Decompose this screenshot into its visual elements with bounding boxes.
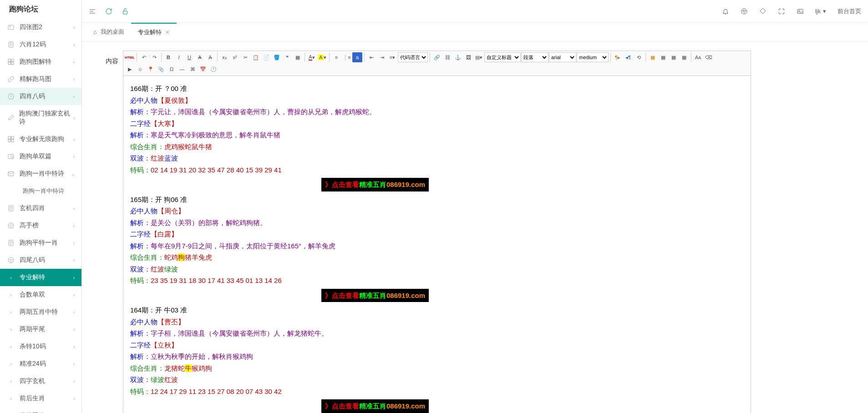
menu-toggle-icon[interactable] (89, 8, 96, 15)
rtl-button[interactable]: ◂¶ (623, 52, 633, 62)
place-button[interactable]: 📍 (146, 64, 156, 74)
clear-format-button[interactable]: A̶ (205, 52, 215, 62)
sidebar-item-22[interactable]: ›杀单双篇› (0, 407, 81, 413)
theme-icon[interactable] (741, 8, 748, 15)
tag-icon[interactable] (759, 8, 766, 15)
dir-button[interactable]: ⟲ (634, 52, 644, 62)
promo-banner[interactable]: 》点击查看精准五肖086919.com (321, 399, 429, 413)
promo-banner[interactable]: 》点击查看精准五肖086919.com (321, 178, 429, 191)
codelang-select[interactable]: 代码语言 (398, 52, 428, 62)
tab-0[interactable]: ⌂我的桌面 (86, 23, 131, 41)
style-select[interactable]: 自定义标题 (484, 52, 521, 62)
emoji-button[interactable]: ☺ (135, 64, 145, 74)
promo-banner[interactable]: 》点击查看精准五肖086919.com (321, 289, 429, 302)
strike-button[interactable]: A (195, 52, 205, 62)
align-dropdown[interactable]: ≡▾ (387, 52, 397, 62)
align-right-button[interactable]: ▦ (669, 52, 679, 62)
date-button[interactable]: 📅 (198, 64, 208, 74)
bell-icon[interactable] (722, 8, 729, 15)
sidebar-item-14[interactable]: ›专业解特› (0, 269, 81, 286)
link-button[interactable]: 🔗 (432, 52, 442, 62)
refresh-icon[interactable] (105, 8, 112, 15)
sidebar-item-2[interactable]: 跑狗图解特‹ (0, 53, 81, 71)
fullscreen-icon[interactable] (778, 8, 785, 15)
underline-button[interactable]: U (184, 52, 194, 62)
special-button[interactable]: Ω (167, 64, 177, 74)
source-button[interactable]: ▦ (293, 52, 303, 62)
sidebar-item-4[interactable]: 四肖八码‹ (0, 88, 81, 105)
tab-1[interactable]: 专业解特✕ (131, 23, 177, 41)
media-button[interactable]: ▶ (125, 64, 135, 74)
fontcolor-button[interactable]: A▾ (307, 52, 317, 62)
sidebar-item-18[interactable]: ›杀特10码› (0, 338, 81, 355)
grid-icon (7, 135, 15, 143)
sidebar-item-21[interactable]: ›前后生肖› (0, 390, 81, 407)
sidebar-item-13[interactable]: 四尾八码‹ (0, 252, 81, 269)
sidebar-label: 跑狗单双篇 (20, 152, 51, 161)
ol-button[interactable]: ≡ (331, 52, 341, 62)
tab-label: 我的桌面 (101, 28, 124, 36)
undo-button[interactable]: ↶ (139, 52, 149, 62)
chevron-icon: ‹ (73, 137, 75, 142)
case-button[interactable]: Aᴀ (693, 52, 703, 62)
sidebar-item-8[interactable]: 跑狗一肖中特诗⌄ (0, 165, 81, 182)
username: ljk (815, 8, 821, 15)
sidebar-item-17[interactable]: ›两期平尾› (0, 321, 81, 338)
sidebar-item-7[interactable]: 跑狗单双篇‹ (0, 148, 81, 165)
user-dropdown[interactable]: ljk ▾ (815, 8, 826, 15)
bgcolor-button[interactable]: A▾ (317, 52, 327, 62)
fill-button[interactable]: 🪣 (272, 52, 282, 62)
time-button[interactable]: 🕐 (208, 64, 218, 74)
pagebreak-button[interactable]: ⌘ (188, 64, 198, 74)
html-source-button[interactable]: HTML (125, 52, 135, 62)
sidebar-item-12[interactable]: 跑狗平特一肖‹ (0, 234, 81, 252)
sidebar-item-0[interactable]: 四张图2› (0, 19, 81, 36)
sidebar-item-5[interactable]: 跑狗澳门独家玄机诗‹ (0, 105, 81, 131)
editor-body[interactable]: 166期：开 ？00 准必中人物【夏侯敦】解析：字元让，沛国谯县（今属安徽省亳州… (123, 76, 751, 413)
ul-button[interactable]: ⋮≡ (342, 52, 352, 62)
italic-button[interactable]: I (174, 52, 184, 62)
wave-2: 蓝波 (164, 154, 178, 162)
sub-button[interactable]: x₂ (219, 52, 229, 62)
align-center-button[interactable]: ▦ (658, 52, 668, 62)
clear-button[interactable]: ⌫ (704, 52, 714, 62)
align-just-button[interactable]: ▦ (679, 52, 689, 62)
sidebar-item-3[interactable]: 精解跑马图‹ (0, 71, 81, 88)
redo-button[interactable]: ↷ (149, 52, 159, 62)
sidebar-item-9[interactable]: 跑狗一肖中特诗 (0, 182, 81, 200)
sidebar-item-6[interactable]: 专业解无痕跑狗‹ (0, 131, 81, 148)
align-left-button[interactable]: ▦ (648, 52, 658, 62)
sidebar-item-1[interactable]: 六肖12码› (0, 36, 81, 53)
insert-dropdown[interactable]: ▤▾ (474, 52, 484, 62)
sidebar-item-11[interactable]: 高手榜‹ (0, 217, 81, 234)
indent-button[interactable]: ⇥ (377, 52, 387, 62)
sidebar-item-10[interactable]: 玄机四肖‹ (0, 200, 81, 217)
frontpage-link[interactable]: 前台首页 (838, 7, 861, 15)
quote-button[interactable]: ❝ (282, 52, 292, 62)
anchor-button[interactable]: ⚓ (453, 52, 463, 62)
char-button[interactable]: a (352, 52, 362, 62)
cut-button[interactable]: ✂ (240, 52, 250, 62)
image-icon[interactable] (797, 8, 804, 15)
sidebar-item-20[interactable]: ›四字玄机› (0, 373, 81, 390)
sup-button[interactable]: x² (230, 52, 240, 62)
lock-icon[interactable] (122, 8, 129, 15)
sidebar-label: 专业解无痕跑狗 (20, 135, 64, 143)
unlink-button[interactable]: ⛓ (442, 52, 452, 62)
outdent-button[interactable]: ⇤ (366, 52, 376, 62)
home-icon: ⌂ (93, 29, 97, 35)
hr-button[interactable]: — (177, 64, 187, 74)
image-button[interactable]: 🖼 (463, 52, 473, 62)
paste-button[interactable]: 📄 (261, 52, 271, 62)
sidebar-item-15[interactable]: ›合数单双› (0, 286, 81, 303)
close-icon[interactable]: ✕ (165, 29, 170, 35)
size-select[interactable]: medium (577, 52, 609, 62)
copy-button[interactable]: 📋 (251, 52, 261, 62)
ltr-button[interactable]: ¶▸ (613, 52, 623, 62)
sidebar-item-16[interactable]: ›两期五肖中特› (0, 303, 81, 321)
sidebar-item-19[interactable]: ›精准24码› (0, 355, 81, 373)
attach-button[interactable]: 📎 (156, 64, 166, 74)
format-select[interactable]: 段落 (521, 52, 548, 62)
font-select[interactable]: arial (549, 52, 576, 62)
bold-button[interactable]: B (163, 52, 173, 62)
